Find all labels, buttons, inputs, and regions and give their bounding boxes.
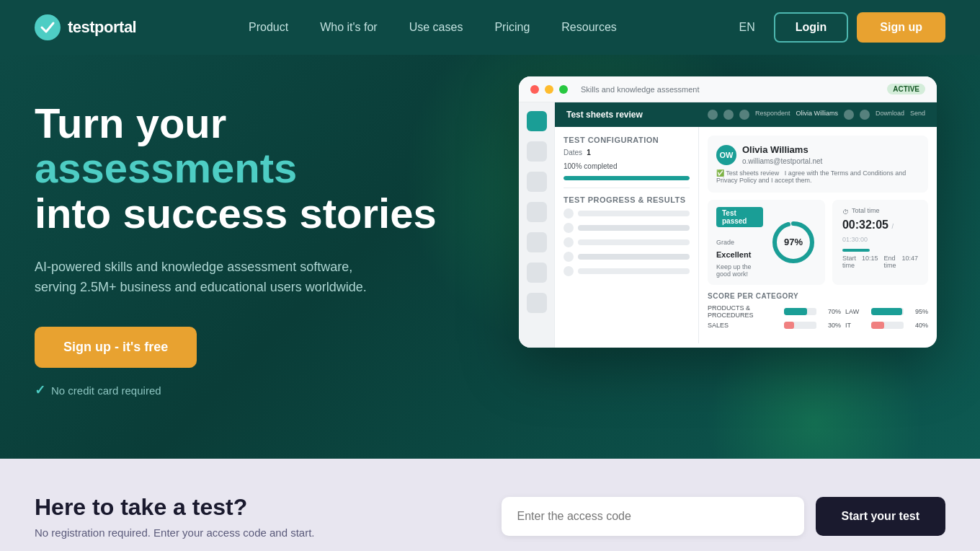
bottom-title: Here to take a test? bbox=[35, 494, 315, 521]
start-test-button[interactable]: Start your test bbox=[816, 497, 945, 536]
signup-button[interactable]: Sign up bbox=[857, 12, 945, 43]
hero-subtitle: AI-powered skills and knowledge assessme… bbox=[35, 257, 380, 299]
respondent-section: OW Olivia Williams o.williams@testportal… bbox=[708, 136, 928, 193]
timer-value-row: 00:32:05 / 01:30:00 bbox=[842, 219, 918, 244]
sidebar-icon-3 bbox=[527, 172, 547, 192]
respondent-avatar: OW bbox=[716, 145, 736, 165]
test-icon-4 bbox=[564, 252, 574, 262]
header-icon-4 bbox=[844, 110, 854, 120]
test-icon-1 bbox=[564, 208, 574, 219]
screenshot-main: Test sheets review Respondent Olivia Wil… bbox=[555, 102, 937, 348]
start-time-label: Start time bbox=[842, 255, 856, 269]
result-badge: Test passed bbox=[716, 207, 763, 227]
logo[interactable]: testportal bbox=[35, 14, 136, 40]
header-icon-5 bbox=[860, 110, 870, 120]
hero-visual: Skills and knowledge assessment ACTIVE bbox=[519, 76, 951, 348]
result-card-inner: Test passed Grade Excellent Keep up the … bbox=[716, 207, 816, 278]
score-cat-law: LAW bbox=[845, 308, 867, 315]
screenshot-body: Test sheets review Respondent Olivia Wil… bbox=[519, 102, 937, 348]
score-pct-it: 40% bbox=[908, 322, 928, 329]
screenshot-sidebar bbox=[519, 102, 555, 348]
test-list-item-2 bbox=[564, 223, 690, 233]
screenshot-header-icons: Respondent Olivia Williams Download Send bbox=[708, 110, 925, 120]
timer-label-icon: ⏱ bbox=[842, 208, 849, 216]
progress-row: 100% completed bbox=[564, 162, 690, 170]
score-row-2: SALES 30% IT 40% bbox=[708, 322, 928, 329]
screenshot-card: Skills and knowledge assessment ACTIVE bbox=[519, 76, 937, 348]
header-icon-1 bbox=[708, 110, 718, 120]
test-icon-5 bbox=[564, 266, 574, 276]
score-bar-fill-sales bbox=[784, 322, 794, 329]
sidebar-icon-5 bbox=[527, 232, 547, 252]
score-bar-fill-it bbox=[871, 322, 884, 329]
access-code-input[interactable] bbox=[502, 497, 804, 536]
test-list-item-3 bbox=[564, 237, 690, 247]
test-bar-2 bbox=[578, 225, 690, 231]
screenshot-left-panel: Test configuration Dates 1 100% complete… bbox=[555, 127, 699, 343]
result-grade: Grade Excellent bbox=[716, 234, 763, 260]
bottom-right: Start your test bbox=[502, 497, 945, 536]
language-selector[interactable]: EN bbox=[729, 15, 765, 40]
test-list-item-1 bbox=[564, 208, 690, 219]
end-time-value: 10:47 bbox=[901, 255, 918, 269]
sidebar-icon-2 bbox=[527, 141, 547, 162]
nav-resources[interactable]: Resources bbox=[548, 15, 629, 40]
window-dot-red bbox=[530, 85, 539, 94]
result-desc: Keep up the good work! bbox=[716, 263, 763, 278]
hero-title-plain: Turn your bbox=[35, 100, 226, 146]
hero-content: Turn your assessments into success stori… bbox=[35, 101, 438, 398]
grade-label: Grade bbox=[716, 239, 734, 246]
score-bar-bg-sales bbox=[784, 322, 816, 329]
score-cat-1: PRODUCTS & PROCEDURES bbox=[708, 304, 780, 319]
test-bar-5 bbox=[578, 268, 690, 274]
test-list-item-5 bbox=[564, 266, 690, 276]
logo-text: testportal bbox=[68, 18, 136, 37]
bottom-subtitle: No registration required. Enter your acc… bbox=[35, 526, 315, 539]
screenshot-content-area: Test configuration Dates 1 100% complete… bbox=[555, 127, 937, 343]
nav-use-cases[interactable]: Use cases bbox=[396, 15, 476, 40]
nav-product[interactable]: Product bbox=[236, 15, 301, 40]
timer-card: ⏱ Total time 00:32:05 / 01:30:00 bbox=[832, 200, 928, 285]
nav-pricing[interactable]: Pricing bbox=[481, 15, 543, 40]
logo-icon bbox=[35, 14, 61, 40]
respondent-name: Olivia Williams bbox=[742, 144, 822, 155]
main-nav: Product Who it's for Use cases Pricing R… bbox=[236, 15, 630, 40]
timer-total: 01:30:00 bbox=[842, 236, 868, 243]
test-icon-3 bbox=[564, 237, 574, 247]
header-icon-2 bbox=[723, 110, 734, 120]
header-icon-3 bbox=[739, 110, 749, 120]
respondent-email: o.williams@testportal.net bbox=[742, 157, 822, 165]
score-pct-sales: 30% bbox=[821, 322, 841, 329]
result-cards: Test passed Grade Excellent Keep up the … bbox=[708, 200, 928, 285]
divider-1 bbox=[564, 188, 690, 188]
screenshot-title: Skills and knowledge assessment bbox=[581, 85, 699, 94]
svg-point-0 bbox=[35, 14, 61, 40]
hero-cta-button[interactable]: Sign up - it's free bbox=[35, 327, 197, 368]
progress-fill bbox=[564, 176, 690, 180]
timer-value: 00:32:05 bbox=[842, 219, 888, 231]
screenshot-right-panel: OW Olivia Williams o.williams@testportal… bbox=[699, 127, 937, 343]
time-details: Start time 10:15 End time 10:47 bbox=[842, 255, 918, 269]
score-bar-bg-1 bbox=[784, 308, 816, 315]
circle-chart-wrapper: 97% bbox=[770, 219, 816, 265]
hero-note-text: No credit card required bbox=[51, 384, 161, 397]
test-bar-4 bbox=[578, 254, 690, 260]
test-list-item-4 bbox=[564, 252, 690, 262]
sidebar-icon-1 bbox=[527, 111, 547, 131]
score-bar-fill-1 bbox=[784, 308, 807, 315]
nav-who-its-for[interactable]: Who it's for bbox=[307, 15, 391, 40]
hero-section: Turn your assessments into success stori… bbox=[0, 55, 980, 459]
login-button[interactable]: Login bbox=[774, 12, 849, 43]
grade-value: Excellent bbox=[716, 250, 751, 259]
screenshot-section-label: Test sheets review bbox=[566, 110, 643, 120]
consent-text: ✅ Test sheets review I agree with the Te… bbox=[716, 169, 919, 184]
send-label: Send bbox=[910, 110, 925, 120]
timer-label-row: ⏱ Total time bbox=[842, 207, 918, 217]
status-badge: ACTIVE bbox=[887, 84, 925, 94]
progress-label: 100% completed bbox=[564, 162, 621, 170]
score-bar-fill-law bbox=[871, 308, 902, 315]
score-cat-sales: SALES bbox=[708, 322, 780, 329]
score-cat-it: IT bbox=[845, 322, 867, 329]
respondent-info: Olivia Williams o.williams@testportal.ne… bbox=[742, 144, 822, 165]
config-label: Test configuration bbox=[564, 136, 690, 144]
